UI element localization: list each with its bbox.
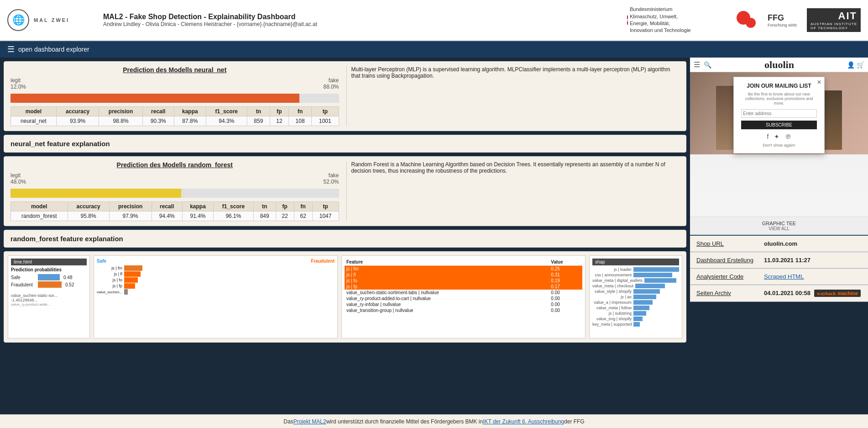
feat-table-value: 0.31 [549, 272, 582, 278]
feat-bar-row-4: js | fp [97, 283, 335, 289]
shap-bar-row: value_img | shopify [592, 317, 679, 321]
hamburger-icon[interactable]: ☰ [7, 44, 15, 54]
feat-bar-5 [124, 289, 128, 295]
feat-bar-2 [124, 271, 141, 277]
shap-bar-row: value_a | impressum [592, 300, 679, 305]
shap-bar-row: value_meta | checkout [592, 284, 679, 288]
footer-ikt-link[interactable]: IKT der Zukunft 6. Ausschreibung [483, 418, 564, 425]
neural-net-title: Prediction des Modells neural_net [10, 66, 339, 74]
rf-col-precision: precision [109, 202, 152, 211]
feat-table-feature: value_ry-product-added-to-cart | nullval… [345, 296, 549, 301]
shap-bar-row: js | ao [592, 295, 679, 299]
shop-url-value: oluolin.com [764, 240, 797, 247]
col-f1: f1_score [206, 107, 247, 116]
fake-label: fake 88.0% [323, 77, 339, 90]
navbar: ☰ open dashboard explorer [0, 41, 868, 58]
code-label: Analysierter Code [696, 273, 760, 280]
ministry-text: Bundesministerium Klimaschutz, Umwelt, E… [630, 6, 691, 34]
feat-header: Safe Fraudulent [97, 259, 335, 264]
bottom-section: lime.html Prediction probabilities Safe … [4, 251, 686, 343]
neural-net-description: Multi-layer Perceptron (MLP) is a superv… [346, 66, 680, 126]
footer: Das Projekt MAL2 wird unterstützt durch … [0, 414, 868, 428]
shop-modal: ✕ JOIN OUR MAILING LIST Be the first to … [733, 77, 825, 153]
logo-text: MAL ZWEI [34, 17, 69, 23]
neural-net-row: neural_net 93.9% 98.8% 90.3% 87.8% 94.3%… [11, 116, 339, 126]
footer-text-before: Das [283, 418, 293, 425]
shap-bar [633, 295, 656, 299]
rf-col-fp: fp [276, 202, 294, 211]
rf-title: Prediction des Modells random_forest [10, 161, 339, 169]
left-panel: Prediction des Modells neural_net legit … [0, 58, 690, 414]
feat-table-value: 0.00 [549, 290, 582, 296]
shap-title: shap [592, 259, 679, 265]
shap-bar-row: value_style | shopify [592, 289, 679, 294]
ffg-icon [737, 11, 764, 29]
rf-col-kappa: kappa [182, 202, 213, 211]
main-layout: Prediction des Modells neural_net legit … [0, 58, 868, 414]
shap-bar-row: js | substring [592, 311, 679, 316]
neural-net-bar-outer [10, 94, 339, 103]
rf-col-f1: f1_score [214, 202, 254, 211]
shop-body: ✕ JOIN OUR MAILING LIST Be the first to … [690, 72, 868, 217]
feat-bar-4 [124, 283, 135, 289]
feat-bar-1-orange [124, 265, 142, 271]
feat-table-feature: value_suchen-static-sortiment-tabs | nul… [345, 290, 549, 296]
lime-fraud-bar [38, 281, 62, 288]
graphic-tee-label: GRAPHIC TEE [694, 221, 864, 226]
neural-net-feature-header: neural_net feature explanation [4, 135, 686, 153]
feat-col-feature: Feature [345, 259, 549, 266]
ait-logo: AIT AUSTRIAN INSTITUTEOF TECHNOLOGY [807, 8, 861, 32]
col-model: model [11, 107, 57, 116]
graphic-tee-section: GRAPHIC TEE VIEW ALL [690, 217, 868, 235]
logo-area: 🌐 MAL ZWEI [7, 9, 99, 31]
feat-bar-row-5: value_suchen... [97, 289, 335, 295]
rf-description: Random Forest is a Machine Learning Algo… [346, 161, 680, 221]
modal-skip[interactable]: Don't show again! [741, 143, 817, 148]
lime-title: lime.html [11, 259, 87, 265]
ministry-area: Bundesministerium Klimaschutz, Umwelt, E… [627, 6, 727, 34]
modal-title: JOIN OUR MAILING LIST [741, 83, 817, 89]
neural-net-bar-row: legit 12.0% fake 88.0% [10, 77, 339, 90]
rf-legit-label: legit 48.0% [10, 172, 26, 185]
feature-bars-panel: Safe Fraudulent js | fm js | fl js | fo [94, 255, 338, 338]
feat-bar-row-2: js | fl [97, 271, 335, 277]
neural-net-bar-inner [10, 94, 299, 103]
modal-close-icon[interactable]: ✕ [817, 79, 821, 85]
shop-screenshot: ☰ 🔍 oluolin 👤 🛒 [690, 58, 868, 236]
view-all-label: VIEW ALL [694, 226, 864, 231]
dashboard-label: Dashboard Erstellung [696, 257, 760, 264]
feat-col-value: Value [549, 259, 582, 266]
shap-bar [633, 317, 643, 321]
rf-bar-outer [10, 189, 339, 198]
dashboard-value: 11.03.2021 11:27 [764, 257, 810, 264]
feat-bar-row-3: js | fo [97, 277, 335, 283]
archive-panel: Seiten Archiv 04.01.2021 00:58 waybackma… [690, 285, 868, 302]
rf-col-tp: tp [312, 202, 339, 211]
feat-table-value: 0.00 [549, 301, 582, 307]
shap-bar [644, 278, 676, 283]
feat-table-value: 0.17 [549, 284, 582, 290]
shop-url-label: Shop URL [696, 240, 760, 247]
right-panel: ☰ 🔍 oluolin 👤 🛒 [690, 58, 868, 414]
shap-bar-row: js | loader [592, 267, 679, 272]
neural-net-left: Prediction des Modells neural_net legit … [10, 66, 339, 126]
rf-stats-table: model accuracy precision recall kappa f1… [10, 201, 339, 221]
rf-row: random_forest 95.8% 97.9% 94.4% 91.4% 96… [11, 211, 339, 221]
shap-bars: js | loadercss | announcementvalue_meta … [592, 267, 679, 327]
modal-email-input[interactable] [741, 109, 817, 118]
lime-safe-row: Safe 0.48 [11, 274, 87, 280]
footer-mal2-link[interactable]: Projekt MAL2 [293, 418, 326, 425]
lime-fraud-row: Fraudulent 0.52 [11, 281, 87, 288]
feat-table-value: 0.00 [549, 296, 582, 301]
scraped-html-link[interactable]: Scraped HTML [764, 273, 804, 280]
random-forest-prediction-card: Prediction des Modells random_forest leg… [4, 156, 686, 226]
header: 🌐 MAL ZWEI MAL2 - Fake Shop Detection - … [0, 0, 868, 41]
shap-bar [633, 322, 640, 327]
shap-bar [633, 267, 679, 272]
rf-left: Prediction des Modells random_forest leg… [10, 161, 339, 221]
shop-mock: ☰ 🔍 oluolin 👤 🛒 [690, 58, 868, 235]
shop-nav-bar: ☰ 🔍 oluolin 👤 🛒 [690, 58, 868, 72]
modal-subscribe-button[interactable]: SUBSCRIBE [741, 121, 817, 129]
shap-bar [633, 306, 649, 310]
rf-col-model: model [11, 202, 68, 211]
